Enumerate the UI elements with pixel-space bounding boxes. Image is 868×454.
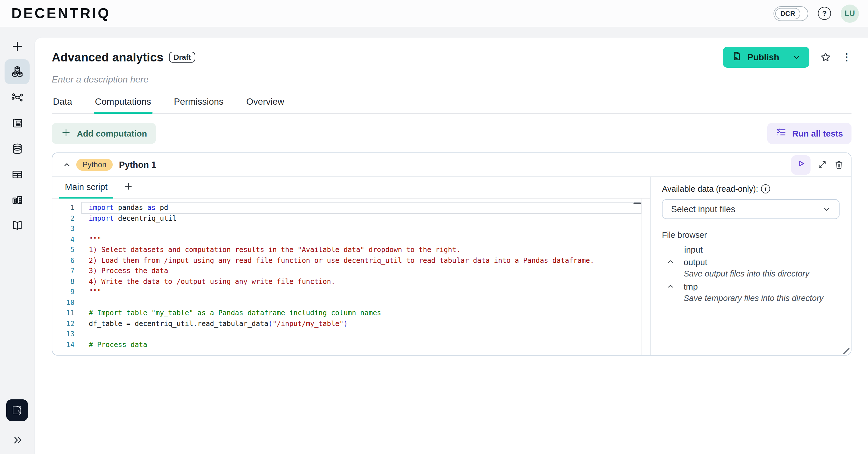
plus-icon (124, 182, 133, 193)
computation-name[interactable]: Python 1 (119, 160, 156, 170)
line-number: 8 (52, 276, 74, 287)
title-row: Advanced analytics Draft Publish (52, 47, 851, 68)
tree-item-tmp[interactable]: tmp (662, 280, 840, 292)
chevron-down-icon (822, 204, 832, 214)
tab-computations[interactable]: Computations (94, 94, 152, 113)
sidebar (0, 27, 34, 454)
sidebar-item-docs[interactable] (5, 213, 30, 238)
tree-item-input[interactable]: input (662, 243, 840, 255)
tab-overview[interactable]: Overview (245, 94, 285, 113)
sidebar-item-news[interactable] (5, 110, 30, 135)
file-browser-label: File browser (662, 230, 840, 239)
network-icon (10, 91, 24, 104)
code-line (82, 329, 641, 339)
line-number: 1 (52, 202, 74, 213)
sidebar-item-organizations[interactable] (5, 187, 30, 212)
code-line: """ (82, 287, 641, 297)
code-line: 1) Select datasets and computation resul… (82, 245, 641, 255)
code-line: """ (82, 234, 641, 245)
app-root: DECENTRIQ DCR ? LU (0, 0, 868, 454)
plus-icon (61, 127, 71, 140)
dcr-tabs: Data Computations Permissions Overview (52, 94, 851, 114)
tree-item-output[interactable]: output (662, 255, 840, 268)
sidebar-item-connections[interactable] (5, 85, 30, 110)
run-computation-button[interactable] (791, 155, 810, 174)
page-title: Advanced analytics (52, 48, 163, 66)
sidebar-item-datasets[interactable] (5, 136, 30, 161)
scrollbar-thumb[interactable] (633, 202, 641, 204)
script-tabs: Main script (52, 177, 650, 199)
chevron-up-icon[interactable] (666, 282, 675, 290)
buildings-icon (10, 193, 24, 206)
expand-computation-icon[interactable] (817, 160, 827, 169)
sidebar-item-data-clean-rooms[interactable] (5, 59, 30, 84)
decentriq-mark[interactable] (6, 399, 28, 421)
run-all-tests-label: Run all tests (792, 129, 843, 138)
favorite-star-icon[interactable] (819, 51, 832, 63)
dcr-badge-label: DCR (775, 8, 800, 19)
publish-button[interactable]: Publish (723, 47, 809, 68)
info-icon[interactable]: i (761, 184, 770, 193)
code-line (82, 297, 641, 308)
tab-data[interactable]: Data (52, 94, 73, 113)
tab-main-script[interactable]: Main script (59, 177, 113, 198)
tree-item-caption: Save temporary files into this directory (662, 292, 840, 304)
top-bar: DECENTRIQ DCR ? LU (0, 0, 868, 27)
code-line: 4) Write the data to /output using any w… (82, 276, 641, 287)
code-line: # Process data (82, 339, 641, 350)
sidebar-item-tables[interactable] (5, 162, 30, 187)
run-all-tests-button[interactable]: Run all tests (767, 123, 851, 144)
code-line: 3) Process the data (82, 266, 641, 276)
scrollbar-track (642, 199, 642, 355)
add-computation-label: Add computation (77, 129, 147, 138)
dcr-badge[interactable]: DCR (774, 6, 808, 21)
computation-header: Python Python 1 (52, 153, 851, 177)
sidebar-item-new[interactable] (5, 34, 30, 59)
editor-column: Main script 1234567891011121314 import p… (52, 177, 651, 355)
line-number-gutter: 1234567891011121314 (52, 202, 82, 355)
play-icon (796, 159, 806, 171)
available-data-label: Available data (read-only): (662, 184, 758, 193)
add-script-tab-button[interactable] (124, 182, 133, 193)
line-number: 11 (52, 308, 74, 318)
input-files-select[interactable]: Select input files (662, 199, 840, 219)
line-number: 4 (52, 234, 74, 245)
code-line: import decentriq_util (82, 213, 641, 224)
computation-type-badge: Python (76, 159, 113, 171)
line-number: 2 (52, 213, 74, 224)
delete-computation-icon[interactable] (834, 160, 844, 170)
double-chevron-right-icon (12, 434, 23, 448)
line-number: 5 (52, 245, 74, 255)
newspaper-icon (10, 116, 24, 129)
sidebar-bottom (0, 399, 34, 449)
code-line: 2) Load them from /input using any read … (82, 255, 641, 266)
dcr-card: Advanced analytics Draft Publish (34, 37, 868, 454)
publish-label: Publish (747, 52, 779, 62)
input-files-select-value: Select input files (671, 204, 735, 214)
checklist-icon (776, 127, 786, 140)
database-icon (10, 142, 24, 155)
code-line: import pandas as pd (82, 202, 641, 213)
file-browser-tree: input output Save output files into this… (662, 243, 840, 304)
publish-document-icon (732, 51, 742, 64)
expand-sidebar-button[interactable] (8, 432, 26, 449)
help-icon[interactable]: ? (818, 7, 831, 20)
computation-actions (791, 155, 844, 174)
user-avatar[interactable]: LU (841, 4, 859, 23)
description-placeholder[interactable]: Enter a description here (52, 73, 851, 86)
title-actions: Publish ⋮ (723, 47, 851, 68)
code-editor[interactable]: 1234567891011121314 import pandas as pdi… (52, 199, 650, 355)
chevron-up-icon[interactable] (666, 258, 675, 266)
tab-permissions[interactable]: Permissions (173, 94, 224, 113)
add-computation-button[interactable]: Add computation (52, 123, 156, 144)
tree-item-label: tmp (684, 281, 698, 291)
line-number: 14 (52, 339, 74, 350)
line-number: 10 (52, 297, 74, 308)
line-number: 13 (52, 329, 74, 339)
collapse-chevron-up-icon[interactable] (59, 160, 74, 169)
status-badge: Draft (169, 52, 195, 63)
line-number: 9 (52, 287, 74, 297)
available-data-panel: Available data (read-only): i Select inp… (651, 177, 851, 355)
more-options-icon[interactable]: ⋮ (842, 52, 851, 62)
code-lines: import pandas as pdimport decentriq_util… (82, 202, 650, 355)
